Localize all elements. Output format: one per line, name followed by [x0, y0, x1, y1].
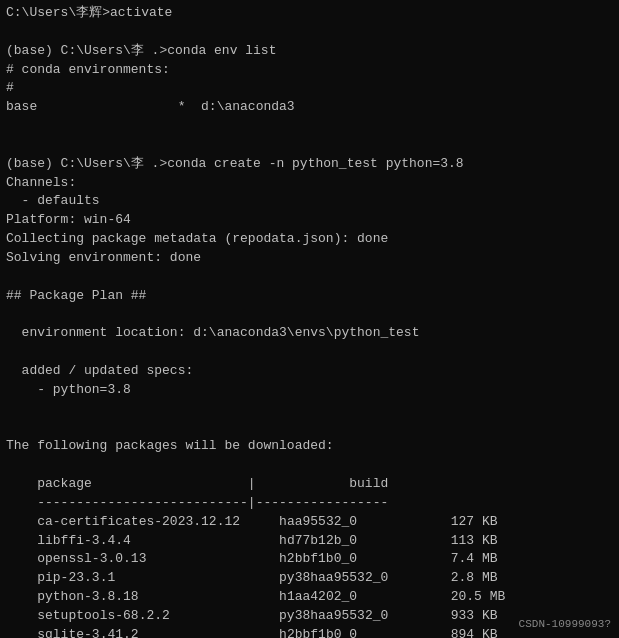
line-21: - python=3.8: [6, 381, 613, 400]
line-23: [6, 419, 613, 438]
line-13: Collecting package metadata (repodata.js…: [6, 230, 613, 249]
line-24: The following packages will be downloade…: [6, 437, 613, 456]
pkg-row-2: libffi-3.4.4 hd77b12b_0 113 KB: [6, 532, 613, 551]
watermark: CSDN-10999093?: [519, 618, 611, 630]
line-14: Solving environment: done: [6, 249, 613, 268]
line-7: [6, 117, 613, 136]
terminal-window: C:\Users\李辉>activate (base) C:\Users\李 .…: [0, 0, 619, 638]
line-6: base * d:\anaconda3: [6, 98, 613, 117]
pkg-row-5: python-3.8.18 h1aa4202_0 20.5 MB: [6, 588, 613, 607]
pkg-row-3: openssl-3.0.13 h2bbf1b0_0 7.4 MB: [6, 550, 613, 569]
line-12: Platform: win-64: [6, 211, 613, 230]
line-8: [6, 136, 613, 155]
line-17: [6, 306, 613, 325]
line-22: [6, 400, 613, 419]
line-1: C:\Users\李辉>activate: [6, 4, 613, 23]
line-4: # conda environments:: [6, 61, 613, 80]
line-18: environment location: d:\anaconda3\envs\…: [6, 324, 613, 343]
line-27: ---------------------------|------------…: [6, 494, 613, 513]
line-20: added / updated specs:: [6, 362, 613, 381]
pkg-row-4: pip-23.3.1 py38haa95532_0 2.8 MB: [6, 569, 613, 588]
line-11: - defaults: [6, 192, 613, 211]
line-19: [6, 343, 613, 362]
line-15: [6, 268, 613, 287]
line-2: [6, 23, 613, 42]
line-3: (base) C:\Users\李 .>conda env list: [6, 42, 613, 61]
line-16: ## Package Plan ##: [6, 287, 613, 306]
line-10: Channels:: [6, 174, 613, 193]
line-26: package | build: [6, 475, 613, 494]
line-9: (base) C:\Users\李 .>conda create -n pyth…: [6, 155, 613, 174]
pkg-row-1: ca-certificates-2023.12.12 haa95532_0 12…: [6, 513, 613, 532]
line-25: [6, 456, 613, 475]
line-5: #: [6, 79, 613, 98]
